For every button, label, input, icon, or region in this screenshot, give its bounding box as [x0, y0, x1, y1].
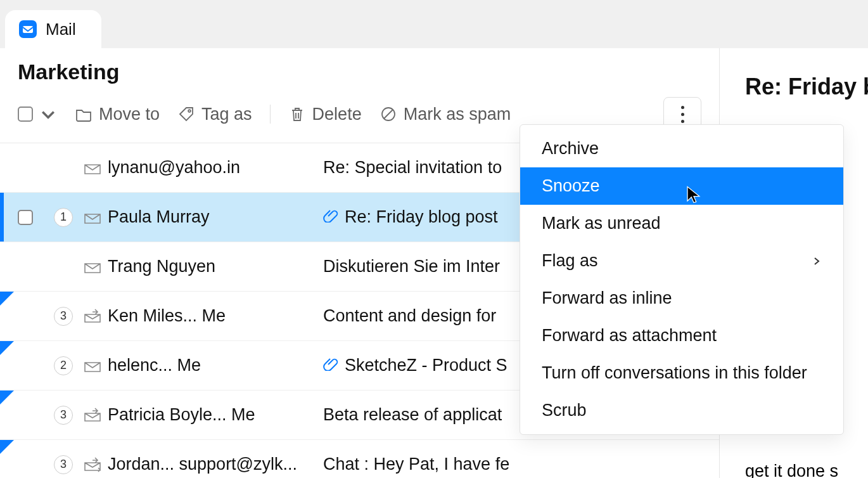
share-envelope-icon	[77, 307, 108, 326]
share-envelope-icon	[77, 455, 108, 474]
envelope-icon	[77, 208, 108, 227]
row-sender: Jordan... support@zylk...	[108, 455, 323, 474]
list-header: Marketing	[0, 48, 719, 84]
attachment-icon	[323, 207, 338, 227]
ctx-forward-attachment[interactable]: Forward as attachment	[520, 317, 843, 354]
trash-icon	[288, 105, 306, 123]
move-to-button[interactable]: Move to	[75, 105, 160, 124]
row-count-slot: 3	[49, 455, 77, 474]
mark-spam-button[interactable]: Mark as spam	[380, 105, 511, 124]
row-sender: Ken Miles... Me	[108, 306, 323, 326]
tab-bar: Mail	[0, 0, 868, 48]
unread-corner-icon	[0, 440, 14, 454]
preview-body-line: get it done s	[745, 457, 868, 478]
thread-count-badge: 3	[54, 406, 73, 425]
row-sender: lynanu@yahoo.in	[108, 158, 323, 178]
attachment-icon	[323, 356, 338, 375]
spam-icon	[380, 105, 397, 123]
move-to-label: Move to	[99, 105, 160, 124]
row-sender: Paula Murray	[108, 207, 323, 227]
chevron-right-icon	[812, 251, 822, 271]
message-row[interactable]: 3 Jordan... support@zylk... Chat : Hey P…	[0, 440, 719, 478]
thread-count-badge: 2	[54, 356, 73, 375]
ctx-snooze[interactable]: Snooze	[520, 167, 843, 205]
share-envelope-icon	[77, 406, 108, 425]
mail-app-icon	[18, 19, 38, 39]
unread-corner-icon	[0, 292, 14, 306]
ctx-scrub[interactable]: Scrub	[520, 392, 843, 429]
mark-spam-label: Mark as spam	[404, 105, 511, 124]
tab-label: Mail	[46, 20, 76, 39]
row-count-slot: 2	[49, 356, 77, 375]
thread-count-badge: 1	[54, 208, 73, 227]
checkbox-icon	[18, 107, 33, 122]
ctx-turn-off-conversations[interactable]: Turn off conversations in this folder	[520, 354, 843, 392]
ctx-flag-as[interactable]: Flag as	[520, 242, 843, 280]
context-menu: Archive Snooze Mark as unread Flag as Fo…	[520, 124, 844, 435]
row-count-slot: 3	[49, 307, 77, 326]
mouse-cursor-icon	[686, 185, 702, 207]
ctx-archive[interactable]: Archive	[520, 130, 843, 167]
unread-corner-icon	[0, 341, 14, 355]
ctx-forward-inline[interactable]: Forward as inline	[520, 280, 843, 317]
svg-point-2	[188, 110, 191, 112]
row-sender: Trang Nguyen	[108, 257, 323, 276]
delete-button[interactable]: Delete	[288, 105, 362, 124]
thread-count-badge: 3	[54, 307, 73, 326]
envelope-icon	[77, 356, 108, 375]
svg-rect-1	[23, 26, 33, 33]
chevron-down-icon	[39, 105, 57, 123]
envelope-icon	[77, 158, 108, 178]
thread-count-badge: 3	[54, 455, 73, 474]
row-count-slot: 3	[49, 406, 77, 425]
tab-mail[interactable]: Mail	[5, 10, 101, 48]
ctx-mark-unread[interactable]: Mark as unread	[520, 205, 843, 242]
tag-as-label: Tag as	[201, 105, 252, 124]
envelope-icon	[77, 257, 108, 276]
separator	[270, 105, 271, 124]
row-sender: Patricia Boyle... Me	[108, 405, 323, 425]
tag-icon	[177, 105, 195, 123]
row-checkbox[interactable]	[18, 210, 49, 225]
more-icon	[681, 106, 684, 109]
delete-label: Delete	[312, 105, 362, 124]
folder-icon	[75, 105, 93, 123]
unread-corner-icon	[0, 391, 14, 404]
select-all-checkbox[interactable]	[18, 105, 57, 123]
row-count-slot: 1	[49, 208, 77, 227]
preview-title: Re: Friday blog	[745, 74, 868, 100]
folder-title: Marketing	[18, 60, 701, 84]
tag-as-button[interactable]: Tag as	[177, 105, 252, 124]
row-sender: helenc... Me	[108, 356, 323, 375]
row-subject: Chat : Hey Pat, I have fe	[323, 455, 719, 474]
